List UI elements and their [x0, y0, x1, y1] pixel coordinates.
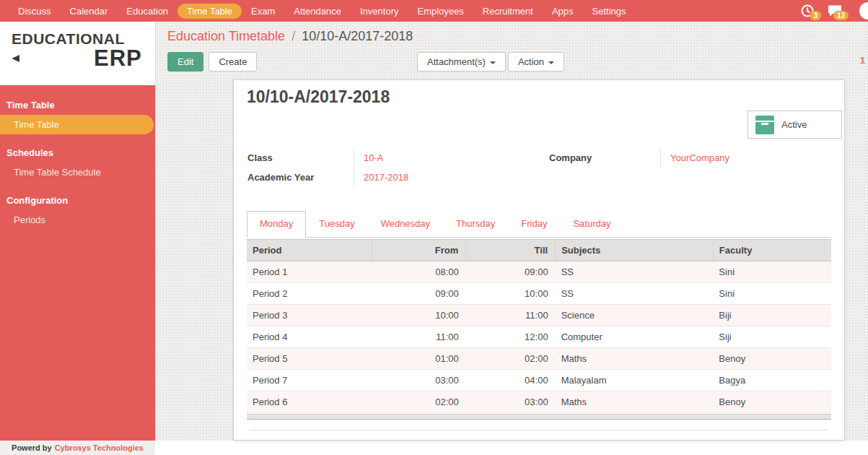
field-value-company[interactable]: YourCompany — [660, 149, 831, 167]
table-horizontal-scrollbar[interactable] — [247, 414, 831, 420]
cell-till[interactable]: 03:00 — [466, 391, 556, 413]
archive-box-icon — [755, 116, 774, 134]
cell-subjects[interactable]: Science — [556, 305, 714, 326]
activity-badge: 3 — [810, 11, 821, 20]
tab-monday[interactable]: Monday — [247, 211, 306, 238]
cell-subjects[interactable]: SS — [556, 283, 714, 305]
top-menu-item-recruitment[interactable]: Recruitment — [473, 4, 543, 19]
table-row[interactable]: Period 602:0003:00MathsBenoy — [247, 391, 831, 413]
top-menu-item-attendance[interactable]: Attendance — [284, 4, 351, 19]
field-group: CompanyYourCompany — [539, 149, 831, 188]
powered-by-footer: Powerd by Cybrosys Technologies — [0, 441, 155, 455]
tab-friday[interactable]: Friday — [508, 211, 560, 237]
tab-wednesday[interactable]: Wednesday — [368, 211, 443, 237]
top-menu-item-discuss[interactable]: Discuss — [9, 4, 61, 19]
sheet-divider — [250, 430, 828, 430]
create-button[interactable]: Create — [209, 52, 257, 72]
caret-down-icon — [490, 61, 496, 64]
tab-saturday[interactable]: Saturday — [560, 211, 623, 237]
table-header-row: PeriodFromTillSubjectsFaculty — [247, 240, 831, 261]
active-toggle-button[interactable]: Active — [748, 110, 842, 139]
cell-from[interactable]: 01:00 — [372, 348, 465, 370]
breadcrumb-current: 10/10-A/2017-2018 — [302, 29, 413, 43]
cell-till[interactable]: 02:00 — [466, 348, 556, 370]
cell-till[interactable]: 11:00 — [466, 305, 556, 326]
attachments-dropdown-button[interactable]: Attachment(s) — [417, 52, 506, 72]
cell-faculty[interactable]: Benoy — [713, 391, 831, 413]
cell-faculty[interactable]: Sini — [713, 283, 831, 305]
sidebar-section-configuration: Configuration — [0, 189, 155, 210]
cell-till[interactable]: 12:00 — [466, 326, 556, 348]
cell-period[interactable]: Period 7 — [247, 370, 372, 391]
top-menu-item-calendar[interactable]: Calendar — [61, 4, 118, 19]
app-logo: EDUCATIONAL ERP — [0, 22, 155, 85]
column-header-subjects[interactable]: Subjects — [556, 240, 714, 261]
top-menu-item-apps[interactable]: Apps — [543, 4, 583, 19]
cell-period[interactable]: Period 2 — [247, 283, 372, 305]
top-menu-item-education[interactable]: Education — [117, 4, 177, 19]
field-groups: Class10-AAcademic Year2017-2018CompanyYo… — [247, 149, 831, 188]
cell-till[interactable]: 10:00 — [466, 283, 556, 305]
top-menu-item-employees[interactable]: Employees — [408, 4, 473, 19]
activity-clock-icon[interactable]: 3 — [800, 4, 815, 18]
user-avatar[interactable] — [859, 2, 868, 20]
sidebar-menu: Time TableTime TableSchedulesTime Table … — [0, 85, 155, 230]
powered-by-brand-link[interactable]: Cybrosys Technologies — [55, 443, 144, 452]
top-menu-item-time-table[interactable]: Time Table — [177, 4, 242, 19]
cell-period[interactable]: Period 1 — [247, 261, 372, 283]
cell-faculty[interactable]: Biji — [713, 305, 831, 326]
pager-count[interactable]: 1 — [860, 55, 865, 66]
top-navbar: DiscussCalendarEducationTime TableExamAt… — [0, 0, 868, 22]
cell-period[interactable]: Period 6 — [247, 391, 372, 413]
cell-subjects[interactable]: Maths — [556, 391, 714, 413]
sidebar: EDUCATIONAL ERP Time TableTime TableSche… — [0, 22, 155, 441]
top-menu-item-settings[interactable]: Settings — [583, 4, 636, 19]
cell-faculty[interactable]: Sini — [713, 261, 831, 283]
column-header-till[interactable]: Till — [466, 240, 556, 261]
messages-chat-icon[interactable]: 13 — [828, 4, 842, 18]
sidebar-item-periods[interactable]: Periods — [0, 210, 155, 230]
cell-faculty[interactable]: Benoy — [713, 348, 831, 370]
cell-till[interactable]: 04:00 — [466, 370, 556, 391]
tab-thursday[interactable]: Thursday — [443, 211, 508, 237]
cell-subjects[interactable]: Malayalam — [556, 370, 714, 391]
cell-from[interactable]: 10:00 — [372, 305, 465, 326]
breadcrumb-separator: / — [289, 29, 298, 43]
cell-from[interactable]: 09:00 — [372, 283, 465, 305]
column-header-from[interactable]: From — [372, 240, 465, 261]
action-dropdown-button[interactable]: Action — [508, 52, 564, 72]
app-window: DiscussCalendarEducationTime TableExamAt… — [0, 0, 868, 455]
cell-from[interactable]: 11:00 — [372, 326, 465, 348]
top-menu-item-inventory[interactable]: Inventory — [351, 4, 408, 19]
cell-subjects[interactable]: SS — [556, 261, 714, 283]
cell-till[interactable]: 09:00 — [466, 261, 556, 283]
column-header-faculty[interactable]: Faculty — [713, 240, 831, 261]
cell-period[interactable]: Period 4 — [247, 326, 372, 348]
column-header-period[interactable]: Period — [247, 240, 372, 261]
cell-subjects[interactable]: Maths — [556, 348, 714, 370]
cell-period[interactable]: Period 5 — [247, 348, 372, 370]
field-value-academic-year[interactable]: 2017-2018 — [354, 168, 539, 186]
table-row[interactable]: Period 501:0002:00MathsBenoy — [247, 348, 831, 370]
sidebar-item-time-table[interactable]: Time Table — [0, 115, 154, 134]
field-value-class[interactable]: 10-A — [354, 149, 539, 167]
table-row[interactable]: Period 108:0009:00SSSini — [247, 261, 831, 283]
cell-faculty[interactable]: Bagya — [713, 370, 831, 391]
table-row[interactable]: Period 411:0012:00ComputerSiji — [247, 326, 831, 348]
cell-from[interactable]: 03:00 — [372, 370, 465, 391]
breadcrumb-parent-link[interactable]: Education Timetable — [167, 29, 285, 43]
cell-period[interactable]: Period 3 — [247, 305, 372, 326]
edit-button[interactable]: Edit — [167, 52, 203, 72]
table-row[interactable]: Period 310:0011:00ScienceBiji — [247, 305, 831, 326]
tab-tuesday[interactable]: Tuesday — [306, 211, 367, 237]
cell-from[interactable]: 02:00 — [372, 391, 465, 413]
table-row[interactable]: Period 703:0004:00MalayalamBagya — [247, 370, 831, 391]
cell-from[interactable]: 08:00 — [372, 261, 465, 283]
sidebar-section-time-table: Time Table — [0, 94, 155, 115]
cell-subjects[interactable]: Computer — [556, 326, 714, 348]
top-menu-item-exam[interactable]: Exam — [242, 4, 284, 19]
action-button-group: Attachment(s) Action — [417, 52, 564, 72]
table-row[interactable]: Period 209:0010:00SSSini — [247, 283, 831, 305]
cell-faculty[interactable]: Siji — [713, 326, 831, 348]
sidebar-item-time-table-schedule[interactable]: Time Table Schedule — [0, 162, 155, 182]
